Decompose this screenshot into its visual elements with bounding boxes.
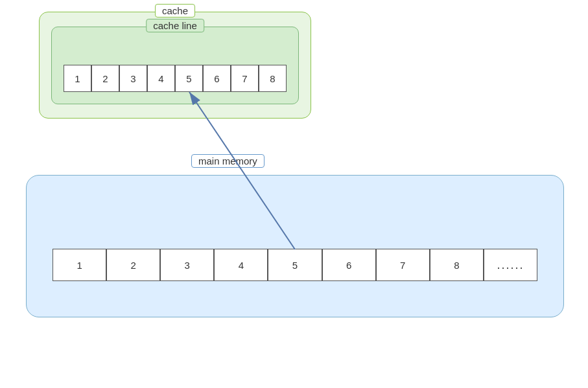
main-memory-box: 1 2 3 4 5 6 7 8 ......: [26, 175, 564, 317]
main-memory-label: main memory: [191, 154, 265, 168]
cache-cell-3: 3: [119, 65, 147, 92]
main-cell-7: 7: [376, 249, 430, 281]
cache-box: cache cache line 1 2 3 4 5 6 7 8: [39, 12, 311, 119]
cache-cell-8: 8: [259, 65, 287, 92]
cache-line-label: cache line: [146, 19, 204, 32]
cache-label: cache: [155, 4, 195, 17]
cache-cells-row: 1 2 3 4 5 6 7 8: [64, 65, 287, 92]
main-cell-5: 5: [268, 249, 322, 281]
main-cell-ellipsis: ......: [484, 249, 537, 281]
cache-cell-6: 6: [203, 65, 231, 92]
main-memory-cells-row: 1 2 3 4 5 6 7 8 ......: [53, 249, 537, 281]
main-cell-4: 4: [214, 249, 268, 281]
cache-cell-4: 4: [147, 65, 175, 92]
main-cell-6: 6: [322, 249, 376, 281]
main-cell-1: 1: [53, 249, 106, 281]
cache-cell-5: 5: [175, 65, 203, 92]
cache-cell-2: 2: [91, 65, 119, 92]
main-cell-3: 3: [160, 249, 214, 281]
main-cell-2: 2: [106, 249, 160, 281]
diagram-container: cache cache line 1 2 3 4 5 6 7 8 main me…: [0, 0, 588, 388]
main-cell-8: 8: [430, 249, 484, 281]
cache-cell-1: 1: [64, 65, 91, 92]
cache-line-box: cache line 1 2 3 4 5 6 7 8: [51, 27, 299, 104]
cache-cell-7: 7: [231, 65, 259, 92]
